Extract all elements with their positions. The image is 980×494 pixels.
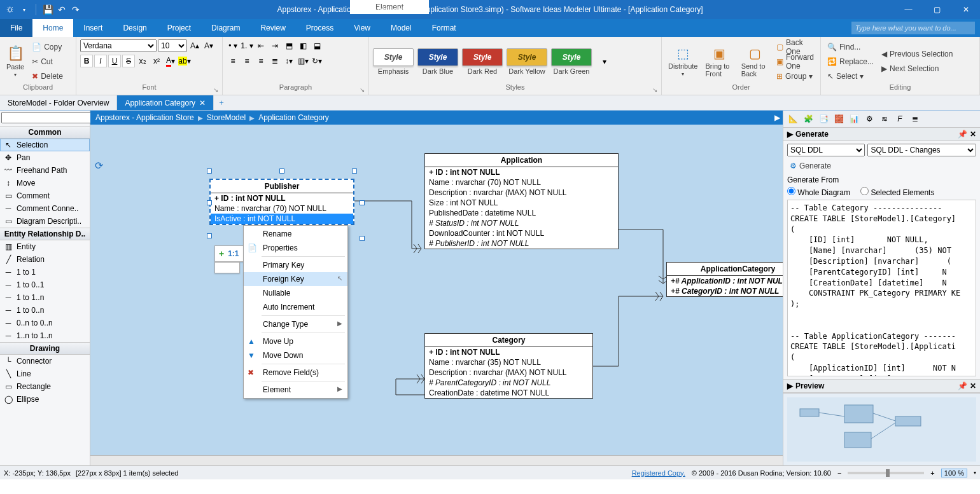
tool-comment[interactable]: ▭Comment	[0, 189, 90, 202]
select-button[interactable]: ↖Select ▾	[825, 69, 876, 83]
ctx-remove-field[interactable]: ✖Remove Field(s)	[244, 366, 347, 380]
styles-launcher-icon[interactable]: ↘	[652, 86, 657, 93]
numbering-button[interactable]: 1. ▾	[241, 39, 253, 52]
undo-icon[interactable]: ↶	[57, 4, 67, 15]
doc-tab[interactable]: Application Category✕	[117, 95, 214, 110]
highlight-button[interactable]: ab▾	[178, 55, 191, 67]
superscript-button[interactable]: x²	[150, 55, 163, 67]
ribbon-tab-format[interactable]: Format	[422, 19, 466, 37]
entity-row[interactable]: DownloadCounter : int NOT NULL	[425, 228, 618, 238]
bullets-button[interactable]: • ▾	[227, 39, 239, 52]
toolbox-section-header[interactable]: Common	[0, 126, 90, 139]
panel-tool-icon[interactable]: 📑	[816, 112, 830, 126]
entity-application[interactable]: Application + ID : int NOT NULL Name : n…	[424, 153, 619, 249]
radio-selected-elements[interactable]: Selected Elements	[860, 187, 934, 197]
ctx-properties[interactable]: 📄Properties	[244, 241, 347, 255]
tool-diagram-descripti-[interactable]: ▭Diagram Descripti..	[0, 215, 90, 228]
font-size-select[interactable]: 10	[158, 39, 187, 52]
panel-tool-icon[interactable]: 📊	[847, 112, 861, 126]
diagram-canvas[interactable]: ⟳ Publisher + ID : int NOT NULL Name : n…	[90, 125, 783, 455]
prev-selection-button[interactable]: ◀Previous Selection	[879, 47, 955, 61]
tell-me-input[interactable]	[851, 22, 975, 34]
ctx-foreign-key[interactable]: Foreign Key↖	[244, 272, 347, 286]
generate-panel-header[interactable]: ▶Generate 📌 ✕	[783, 127, 980, 141]
underline-button[interactable]: U	[108, 55, 121, 67]
ribbon-tab-home[interactable]: Home	[32, 19, 73, 37]
align-bottom-button[interactable]: ⬓	[311, 39, 323, 52]
ctx-auto-increment[interactable]: Auto Increment	[244, 300, 347, 314]
preview-panel-header[interactable]: ▶Preview 📌 ✕	[783, 379, 980, 393]
radio-whole-diagram[interactable]: Whole Diagram	[787, 187, 850, 197]
style-dark-red[interactable]: StyleDark Red	[462, 48, 503, 75]
style-dark-green[interactable]: StyleDark Green	[551, 48, 592, 75]
panel-tool-icon[interactable]: ≣	[908, 112, 922, 126]
entity-row-selected[interactable]: IsActive : int NOT NULL	[211, 214, 353, 224]
tool-entity[interactable]: ▥Entity	[0, 240, 90, 253]
pin-icon[interactable]: 📌	[958, 381, 967, 390]
style-dark-blue[interactable]: StyleDark Blue	[417, 48, 458, 75]
entity-row[interactable]: PublishedDate : datetime NULL	[425, 208, 618, 218]
back-one-button[interactable]: ▢Back One	[774, 40, 816, 54]
entity-row[interactable]: Size : int NOT NULL	[425, 198, 618, 208]
outdent-button[interactable]: ⇤	[255, 39, 267, 52]
entity-row[interactable]: + ID : int NOT NULL	[425, 167, 618, 177]
align-right-button[interactable]: ≡	[255, 55, 267, 67]
horizontal-scrollbar[interactable]	[90, 455, 783, 465]
replace-button[interactable]: 🔁Replace...	[825, 55, 876, 69]
tool-line[interactable]: ╲Line	[0, 367, 90, 380]
zoom-value[interactable]: 100 %	[941, 469, 967, 477]
ctx-move-down[interactable]: ▼Move Down	[244, 348, 347, 362]
quick-relation-toolbar-alt[interactable]	[214, 262, 240, 273]
ctx-rename[interactable]: Rename	[244, 227, 347, 241]
zoom-out-button[interactable]: −	[837, 469, 841, 477]
distribute-button[interactable]: ⬚Distribute▾	[666, 45, 700, 78]
toolbox-search-input[interactable]	[1, 112, 97, 123]
find-button[interactable]: 🔍Find...	[825, 40, 876, 54]
app-menu-icon[interactable]: ⛭	[5, 4, 15, 15]
sql-output[interactable]: -- Table Category --------------- CREATE…	[787, 200, 976, 376]
tool-comment-conne-[interactable]: ─Comment Conne..	[0, 202, 90, 215]
entity-row[interactable]: Name : nvarchar (35) NOT NULL	[425, 357, 592, 367]
tool-1-n-to-1-n[interactable]: ─1..n to 1..n	[0, 329, 90, 342]
bring-to-front-button[interactable]: ▣Bring to Front	[703, 45, 736, 79]
tool-rectangle[interactable]: ▭Rectangle	[0, 380, 90, 393]
panel-tool-icon[interactable]: ⚙	[862, 112, 876, 126]
tool-ellipse[interactable]: ◯Ellipse	[0, 393, 90, 406]
template-type-select[interactable]: SQL DDL	[787, 144, 865, 156]
entity-row[interactable]: Description : nvarchar (MAX) NOT NULL	[425, 367, 592, 378]
entity-publisher[interactable]: Publisher + ID : int NOT NULL Name : nva…	[209, 179, 354, 225]
tool-relation[interactable]: ╱Relation	[0, 253, 90, 266]
text-direction-button[interactable]: ↻▾	[311, 55, 323, 67]
toolbox-section-header[interactable]: Drawing	[0, 342, 90, 355]
paste-button[interactable]: 📋 Paste▾	[4, 44, 27, 79]
shrink-font-icon[interactable]: A▾	[202, 39, 215, 52]
tool-freehand-path[interactable]: 〰Freehand Path	[0, 164, 90, 177]
tool-1-to-0-n[interactable]: ─1 to 0..n	[0, 304, 90, 317]
line-spacing-button[interactable]: ↕▾	[283, 55, 295, 67]
font-name-select[interactable]: Verdana	[80, 39, 157, 52]
breadcrumb-item[interactable]: StoreModel	[207, 113, 246, 122]
next-selection-button[interactable]: ▶Next Selection	[879, 62, 955, 76]
font-color-button[interactable]: A▾	[164, 55, 177, 67]
italic-button[interactable]: I	[94, 55, 107, 67]
grow-font-icon[interactable]: A▴	[188, 39, 201, 52]
tool-0-n-to-0-n[interactable]: ─0..n to 0..n	[0, 317, 90, 329]
breadcrumb-scroll-right-button[interactable]: ▶	[771, 111, 783, 125]
save-icon[interactable]: 💾	[43, 4, 53, 15]
copy-button[interactable]: 📄Copy	[29, 40, 66, 54]
doc-tab[interactable]: StoreModel - Folder Overview	[0, 95, 117, 110]
tool-pan[interactable]: ✥Pan	[0, 151, 90, 164]
entity-row[interactable]: +# CategoryID : int NOT NULL	[667, 286, 783, 296]
ctx-primary-key[interactable]: Primary Key	[244, 258, 347, 272]
panel-tool-icon[interactable]: F	[893, 112, 907, 126]
entity-row[interactable]: Name : nvarchar (70) NOT NULL	[211, 203, 353, 214]
tool-1-to-0-1[interactable]: ─1 to 0..1	[0, 278, 90, 291]
entity-row[interactable]: +# ApplicationID : int NOT NULL	[667, 276, 783, 286]
tool-1-to-1-n[interactable]: ─1 to 1..n	[0, 291, 90, 304]
ribbon-tab-view[interactable]: View	[344, 19, 381, 37]
paragraph-launcher-icon[interactable]: ↘	[360, 86, 365, 93]
generate-button[interactable]: ⚙Generate	[787, 159, 976, 173]
breadcrumb-item[interactable]: Application Category	[258, 113, 329, 122]
font-launcher-icon[interactable]: ↘	[213, 86, 218, 93]
close-icon[interactable]: ✕	[199, 99, 206, 107]
